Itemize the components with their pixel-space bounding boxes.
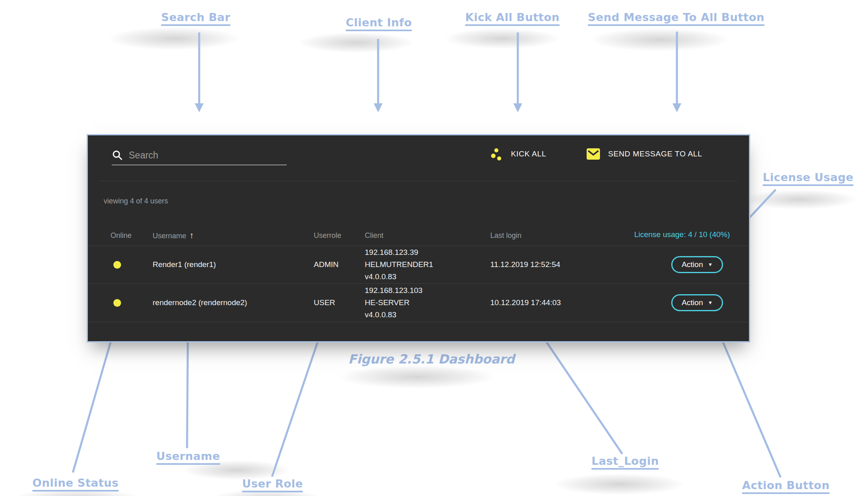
caret-down-icon: ▼ <box>708 300 713 306</box>
annotation-license-usage: License Usage <box>763 171 853 186</box>
table-header-row: Online Username↑ Userrole Client Last lo… <box>88 225 749 246</box>
table-row[interactable]: Render1 (render1) ADMIN 192.168.123.39 H… <box>88 246 749 284</box>
annotation-search-bar: Search Bar <box>161 11 230 26</box>
dashboard-panel: KICK ALL SEND MESSAGE TO ALL viewing 4 o… <box>87 134 750 342</box>
action-button[interactable]: Action ▼ <box>671 294 723 311</box>
header-userrole[interactable]: Userrole <box>314 231 365 240</box>
bubble-chart-icon <box>491 147 503 161</box>
annotation-action-button: Action Button <box>742 479 830 494</box>
header-client[interactable]: Client <box>365 231 490 240</box>
shadow-blob <box>445 28 559 49</box>
shadow-blob <box>555 474 684 495</box>
license-usage-text: License usage: 4 / 10 (40%) <box>634 230 730 239</box>
action-button[interactable]: Action ▼ <box>671 256 723 273</box>
header-username[interactable]: Username↑ <box>153 231 314 240</box>
last-login-cell: 11.12.2019 12:52:54 <box>490 260 644 269</box>
figure-caption: Figure 2.5.1 Dashboard <box>348 352 490 366</box>
userrole-cell: USER <box>314 298 365 307</box>
search-icon <box>112 150 123 161</box>
client-version: v4.0.0.83 <box>365 309 490 321</box>
client-version: v4.0.0.83 <box>365 271 490 283</box>
client-ip: 192.168.123.39 <box>365 246 490 259</box>
shadow-blob <box>300 32 413 53</box>
send-message-to-all-button[interactable]: SEND MESSAGE TO ALL <box>587 144 702 164</box>
client-hostname: HE-SERVER <box>365 297 490 309</box>
client-info-cell: 192.168.123.39 HELMUTRENDER1 v4.0.0.83 <box>365 246 490 283</box>
viewing-count: viewing 4 of 4 users <box>104 197 168 205</box>
search-input[interactable] <box>129 150 266 161</box>
annotation-send-message-button: Send Message To All Button <box>588 11 764 26</box>
action-button-label: Action <box>682 298 703 307</box>
client-info-cell: 192.168.123.103 HE-SERVER v4.0.0.83 <box>365 284 490 321</box>
annotation-username: Username <box>156 450 220 465</box>
userrole-cell: ADMIN <box>314 260 365 269</box>
send-message-label: SEND MESSAGE TO ALL <box>608 150 702 158</box>
annotation-kick-all-button: Kick All Button <box>465 11 560 26</box>
kick-all-button[interactable]: KICK ALL <box>491 144 546 164</box>
annotation-online-status: Online Status <box>32 477 119 492</box>
mail-icon <box>587 148 600 160</box>
client-hostname: HELMUTRENDER1 <box>365 259 490 271</box>
shadow-blob <box>340 366 494 388</box>
online-status-dot <box>113 261 121 269</box>
action-button-label: Action <box>682 260 703 269</box>
username-cell: Render1 (render1) <box>153 260 314 269</box>
header-username-label: Username <box>153 232 186 240</box>
annotation-client-info: Client Info <box>346 16 412 31</box>
header-last-login[interactable]: Last login <box>490 231 644 240</box>
toolbar-divider <box>99 181 738 181</box>
table-row[interactable]: rendernode2 (rendernode2) USER 192.168.1… <box>88 284 749 322</box>
header-online[interactable]: Online <box>88 231 153 240</box>
shadow-blob <box>109 27 239 50</box>
client-ip: 192.168.123.103 <box>365 284 490 297</box>
last-login-cell: 10.12.2019 17:44:03 <box>490 298 644 307</box>
online-status-dot <box>113 299 121 307</box>
shadow-blob <box>743 190 856 209</box>
annotation-user-role: User Role <box>242 477 303 492</box>
shadow-blob <box>591 28 729 51</box>
caret-down-icon: ▼ <box>708 262 713 267</box>
kick-all-label: KICK ALL <box>511 150 546 158</box>
search-field[interactable] <box>112 146 287 165</box>
username-cell: rendernode2 (rendernode2) <box>153 298 314 307</box>
annotation-last-login: Last_Login <box>591 455 659 470</box>
sort-ascending-icon[interactable]: ↑ <box>189 231 194 240</box>
